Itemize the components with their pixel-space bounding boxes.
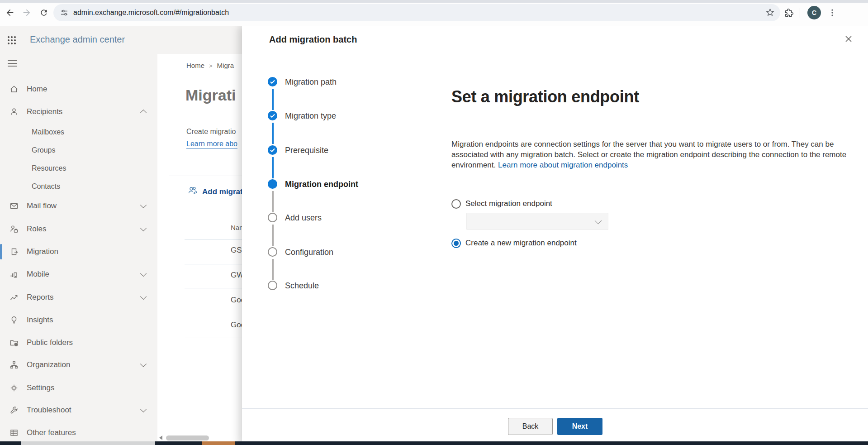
url-text[interactable]: admin.exchange.microsoft.com/#/migration… (73, 9, 229, 17)
sidebar-item-groups[interactable]: Groups (0, 141, 157, 159)
browser-controls: C (780, 0, 868, 26)
chevron-down-icon (595, 217, 602, 225)
step-migration-endpoint[interactable]: Migration endpoint (242, 178, 425, 190)
add-users-icon (187, 186, 198, 198)
add-migration-batch-button[interactable]: Add migrat (187, 186, 243, 198)
next-button[interactable]: Next (557, 418, 602, 435)
close-icon[interactable] (844, 35, 853, 43)
exchange-admin-center-window: Home>Migra Migrati Create migratio Learn… (0, 0, 868, 445)
step-upcoming-icon (268, 213, 277, 222)
chevron-up-icon[interactable] (140, 110, 147, 116)
browser-forward-button[interactable] (21, 7, 33, 19)
sidebar-item-troubleshoot[interactable]: Troubleshoot (0, 401, 157, 419)
sidebar-item-resources[interactable]: Resources (0, 159, 157, 177)
chevron-down-icon[interactable] (140, 202, 147, 208)
sidebar-item-contacts[interactable]: Contacts (0, 177, 157, 196)
step-completed-icon (268, 145, 277, 155)
step-upcoming-icon (268, 247, 277, 257)
mobile-icon (9, 270, 19, 279)
back-button[interactable]: Back (508, 418, 553, 435)
org-chart-icon (9, 360, 19, 369)
dialog-header-divider (242, 50, 868, 50)
page-description: Create migratio (186, 128, 236, 136)
sidebar-item-mobile[interactable]: Mobile (0, 265, 157, 283)
step-prerequisite[interactable]: Prerequisite (242, 144, 425, 156)
dialog-title: Add migration batch (269, 34, 357, 45)
browser-profile-avatar[interactable]: C (807, 6, 821, 19)
step-completed-icon (268, 111, 277, 120)
mail-icon (9, 201, 19, 211)
bookmark-star-icon[interactable] (765, 8, 775, 19)
add-migration-batch-label: Add migrat (202, 187, 243, 196)
learn-more-endpoints-link[interactable]: Learn more about migration endpoints (498, 161, 628, 169)
step-completed-icon (268, 77, 277, 86)
step-migration-path[interactable]: Migration path (242, 76, 425, 88)
taskbar-edge (0, 441, 868, 445)
breadcrumb: Home>Migra (186, 62, 234, 69)
taskbar-segment (202, 441, 235, 445)
radio-selected-icon[interactable] (451, 239, 461, 248)
hamburger-menu-icon[interactable] (7, 60, 17, 69)
browser-refresh-button[interactable] (38, 7, 50, 19)
horizontal-scrollbar[interactable] (166, 435, 209, 440)
app-launcher-waffle-icon[interactable] (7, 35, 17, 45)
horizontal-scroll-left-button[interactable] (159, 435, 162, 440)
migration-endpoint-dropdown[interactable] (466, 213, 608, 230)
chevron-down-icon[interactable] (140, 361, 147, 367)
sidebar-item-other-features[interactable]: Other features (0, 424, 157, 442)
breadcrumb-home-link[interactable]: Home (186, 62, 204, 69)
browser-back-button[interactable] (4, 7, 16, 19)
step-schedule[interactable]: Schedule (242, 280, 425, 292)
step-add-users[interactable]: Add users (242, 212, 425, 224)
wizard-page-heading: Set a migration endpoint (451, 87, 639, 106)
learn-more-link[interactable]: Learn more abo (186, 140, 237, 148)
dialog-footer-divider (242, 408, 868, 409)
breadcrumb-current-link[interactable]: Migra (217, 62, 234, 69)
chevron-down-icon[interactable] (140, 406, 147, 412)
sidebar-item-settings[interactable]: Settings (0, 379, 157, 397)
step-connector (272, 157, 274, 178)
sidebar-item-recipients[interactable]: Recipients (0, 103, 157, 121)
migration-icon (9, 247, 19, 256)
chevron-down-icon[interactable] (140, 293, 147, 300)
stepper-divider (425, 50, 425, 408)
sidebar-item-mail-flow[interactable]: Mail flow (0, 197, 157, 215)
step-connector (272, 123, 274, 144)
app-title[interactable]: Exchange admin center (30, 34, 125, 45)
toolbar-divider (800, 8, 800, 18)
browser-toolbar: admin.exchange.microsoft.com/#/migration… (0, 0, 868, 26)
selected-indicator (0, 244, 2, 259)
address-bar[interactable]: admin.exchange.microsoft.com/#/migration… (53, 4, 780, 21)
chevron-down-icon[interactable] (140, 225, 147, 231)
create-new-migration-endpoint-option[interactable]: Create a new migration endpoint (451, 238, 577, 249)
folder-globe-icon (9, 338, 19, 347)
browser-window-edge (0, 0, 868, 3)
sidebar-item-reports[interactable]: Reports (0, 288, 157, 306)
sidebar-item-insights[interactable]: Insights (0, 311, 157, 329)
browser-menu-kebab-icon[interactable] (826, 7, 838, 19)
sidebar-item-mailboxes[interactable]: Mailboxes (0, 123, 157, 141)
taskbar-segment (21, 441, 155, 445)
reports-icon (9, 293, 19, 302)
wizard-description: Migration endpoints are connection setti… (451, 139, 849, 170)
step-configuration[interactable]: Configuration (242, 246, 425, 258)
home-icon (9, 85, 19, 94)
sidebar-item-organization[interactable]: Organization (0, 356, 157, 374)
step-current-icon (268, 179, 277, 189)
step-connector (272, 259, 274, 280)
roles-icon (9, 225, 19, 234)
step-migration-type[interactable]: Migration type (242, 110, 425, 122)
sidebar-item-home[interactable]: Home (0, 80, 157, 98)
sidebar-item-public-folders[interactable]: Public folders (0, 334, 157, 352)
add-migration-batch-dialog: Add migration batch Migration path Migra… (242, 26, 868, 445)
chevron-down-icon[interactable] (140, 270, 147, 277)
step-connector (272, 89, 274, 110)
sidebar-item-roles[interactable]: Roles (0, 220, 157, 238)
select-migration-endpoint-option[interactable]: Select migration endpoint (451, 198, 552, 209)
wrench-icon (9, 406, 19, 415)
sidebar-item-migration[interactable]: Migration (0, 243, 157, 261)
gear-icon (9, 383, 19, 392)
site-settings-icon[interactable] (60, 8, 69, 19)
extensions-icon[interactable] (783, 7, 795, 19)
radio-unselected-icon[interactable] (451, 199, 461, 209)
